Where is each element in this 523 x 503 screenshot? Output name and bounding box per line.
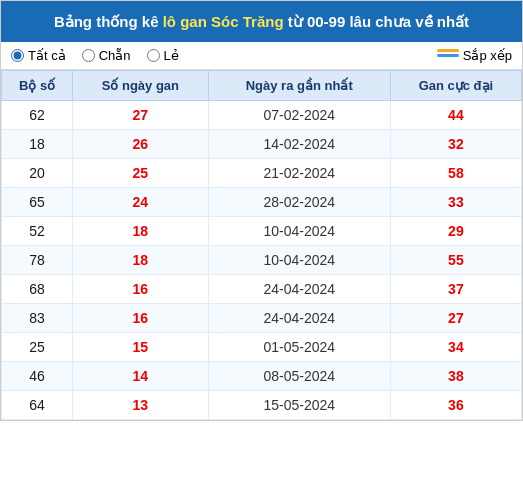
table-header-row: Bộ số Số ngày gan Ngày ra gần nhất Gan c…: [2, 71, 522, 101]
header-suffix: từ 00-99 lâu chưa về nhất: [284, 13, 470, 30]
cell-ngayra: 08-05-2024: [208, 362, 390, 391]
cell-boso: 78: [2, 246, 73, 275]
cell-ngayra: 01-05-2024: [208, 333, 390, 362]
cell-gancucdai: 55: [390, 246, 521, 275]
cell-ngaygan: 18: [73, 246, 209, 275]
table-row: 521810-04-202429: [2, 217, 522, 246]
cell-ngaygan: 14: [73, 362, 209, 391]
table-row: 681624-04-202437: [2, 275, 522, 304]
table-row: 641315-05-202436: [2, 391, 522, 420]
cell-gancucdai: 29: [390, 217, 521, 246]
cell-ngayra: 07-02-2024: [208, 101, 390, 130]
cell-ngayra: 10-04-2024: [208, 246, 390, 275]
cell-ngayra: 21-02-2024: [208, 159, 390, 188]
cell-gancucdai: 36: [390, 391, 521, 420]
sort-icon: [437, 49, 459, 63]
page-header: Bảng thống kê lô gan Sóc Trăng từ 00-99 …: [1, 1, 522, 42]
header-prefix: Bảng thống kê: [54, 13, 163, 30]
filter-tatca-radio[interactable]: [11, 49, 24, 62]
cell-boso: 62: [2, 101, 73, 130]
filter-le-label: Lẻ: [164, 48, 179, 63]
cell-boso: 52: [2, 217, 73, 246]
cell-ngayra: 15-05-2024: [208, 391, 390, 420]
cell-boso: 46: [2, 362, 73, 391]
cell-boso: 65: [2, 188, 73, 217]
main-container: Bảng thống kê lô gan Sóc Trăng từ 00-99 …: [0, 0, 523, 421]
cell-boso: 25: [2, 333, 73, 362]
cell-gancucdai: 37: [390, 275, 521, 304]
table-row: 652428-02-202433: [2, 188, 522, 217]
cell-ngayra: 24-04-2024: [208, 304, 390, 333]
cell-ngaygan: 13: [73, 391, 209, 420]
table-row: 461408-05-202438: [2, 362, 522, 391]
filter-tatca-label: Tất cả: [28, 48, 66, 63]
table-row: 251501-05-202434: [2, 333, 522, 362]
table-row: 622707-02-202444: [2, 101, 522, 130]
cell-gancucdai: 44: [390, 101, 521, 130]
cell-ngaygan: 26: [73, 130, 209, 159]
filter-tatca[interactable]: Tất cả: [11, 48, 66, 63]
cell-ngayra: 28-02-2024: [208, 188, 390, 217]
cell-ngaygan: 27: [73, 101, 209, 130]
cell-gancucdai: 38: [390, 362, 521, 391]
cell-gancucdai: 33: [390, 188, 521, 217]
filter-bar: Tất cả Chẵn Lẻ Sắp xếp: [1, 42, 522, 70]
cell-boso: 64: [2, 391, 73, 420]
cell-gancucdai: 32: [390, 130, 521, 159]
cell-gancucdai: 58: [390, 159, 521, 188]
header-highlight: lô gan Sóc Trăng: [163, 13, 284, 30]
cell-boso: 83: [2, 304, 73, 333]
col-header-ngaygan: Số ngày gan: [73, 71, 209, 101]
filter-chan-label: Chẵn: [99, 48, 131, 63]
cell-ngaygan: 18: [73, 217, 209, 246]
cell-ngaygan: 15: [73, 333, 209, 362]
cell-ngaygan: 25: [73, 159, 209, 188]
filter-le[interactable]: Lẻ: [147, 48, 179, 63]
table-row: 182614-02-202432: [2, 130, 522, 159]
cell-ngaygan: 24: [73, 188, 209, 217]
data-table: Bộ số Số ngày gan Ngày ra gần nhất Gan c…: [1, 70, 522, 420]
cell-boso: 18: [2, 130, 73, 159]
cell-gancucdai: 34: [390, 333, 521, 362]
cell-gancucdai: 27: [390, 304, 521, 333]
cell-ngayra: 14-02-2024: [208, 130, 390, 159]
cell-boso: 20: [2, 159, 73, 188]
table-row: 831624-04-202427: [2, 304, 522, 333]
sort-label: Sắp xếp: [463, 48, 512, 63]
cell-ngayra: 24-04-2024: [208, 275, 390, 304]
cell-ngaygan: 16: [73, 275, 209, 304]
table-row: 202521-02-202458: [2, 159, 522, 188]
filter-chan[interactable]: Chẵn: [82, 48, 131, 63]
table-row: 781810-04-202455: [2, 246, 522, 275]
col-header-gancucdai: Gan cực đại: [390, 71, 521, 101]
filter-le-radio[interactable]: [147, 49, 160, 62]
filter-chan-radio[interactable]: [82, 49, 95, 62]
cell-boso: 68: [2, 275, 73, 304]
sort-button[interactable]: Sắp xếp: [437, 48, 512, 63]
col-header-boso: Bộ số: [2, 71, 73, 101]
cell-ngaygan: 16: [73, 304, 209, 333]
cell-ngayra: 10-04-2024: [208, 217, 390, 246]
col-header-ngayra: Ngày ra gần nhất: [208, 71, 390, 101]
